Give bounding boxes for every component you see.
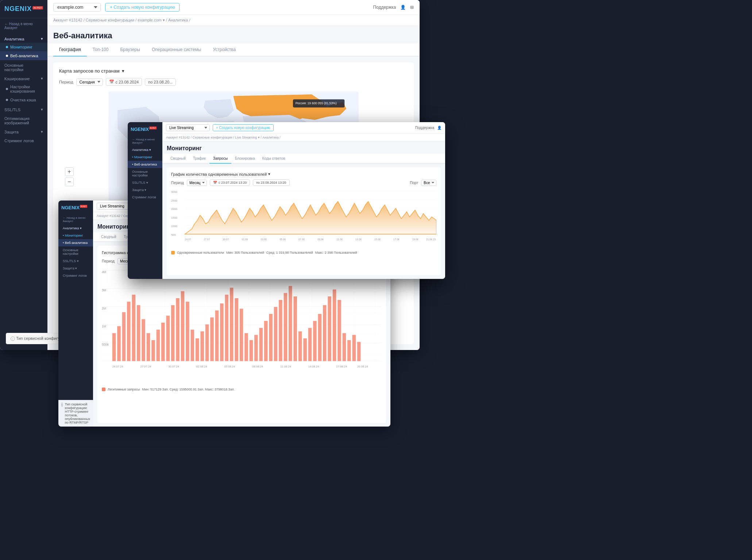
calendar-icon-front: 📅 [213,181,217,184]
sidebar-streaming-back: NGENIXIN PET ← Назад в меню Аккаунт Анал… [58,201,93,427]
monitoring-small-front[interactable]: • Мониторинг [128,153,162,161]
basic-settings-small-front[interactable]: Основные настройки [128,168,162,179]
analytics-section[interactable]: Аналитика ▾ [0,34,47,43]
svg-rect-24 [161,323,165,361]
chart-period-row-front: Период Месяц 📅 с 23.07.2024 13:20 по 23.… [171,179,436,186]
svg-text:3000: 3000 [171,190,177,194]
support-link[interactable]: Поддержка [373,5,396,10]
port-select-front[interactable]: Все [421,180,436,186]
tab-front-requests[interactable]: Запросы [209,154,231,164]
tab-back-summary[interactable]: Сводный [97,232,120,242]
logo-small-back: NGENIXIN PET [58,201,93,214]
monitoring-small-back[interactable]: • Мониторинг [58,232,93,239]
tab-os[interactable]: Операционные системы [146,43,207,57]
logo: NGENIXIN PET [0,0,47,18]
svg-rect-43 [254,335,258,361]
ssl-small[interactable]: SSL/TLS ▾ [58,257,93,265]
tab-browsers[interactable]: Браузеры [114,43,146,57]
back-to-account[interactable]: ← Назад в меню Аккаунт [0,18,47,34]
protection-section[interactable]: Защита ▾ [0,127,47,136]
analytics-small-back[interactable]: Аналитика ▾ [58,225,93,232]
svg-rect-62 [347,340,351,361]
svg-text:19.08: 19.08 [412,238,419,241]
create-config-button[interactable]: + Создать новую конфигурацию [105,3,180,12]
config-select-front[interactable]: Live Streaming [166,124,210,131]
analytics-small-front[interactable]: Аналитика ▾ [128,146,162,153]
dot-icon [6,88,8,90]
chart-section-front: График количества одновременных пользова… [162,164,445,279]
date-to-front[interactable]: по 23.08.2024 13:20 [253,179,289,186]
user-icon[interactable]: 👤 [400,5,406,10]
svg-text:3М: 3М [102,288,106,292]
streaming-logs-small-front[interactable]: Стриминг логов [128,194,162,201]
svg-rect-53 [303,338,307,361]
svg-text:02.08.24: 02.08.24 [196,365,208,368]
tab-geography[interactable]: География [53,43,87,57]
logo-small-front: NGENIXIN PET [128,122,162,136]
svg-rect-35 [215,310,219,361]
chevron-down-icon-front: ▾ [268,172,270,176]
protection-small-front[interactable]: Защита ▾ [128,186,162,194]
period-select-front[interactable]: Месяц [187,180,207,186]
svg-text:24.07: 24.07 [185,238,191,241]
tab-front-traffic[interactable]: Трафик [189,154,209,164]
svg-text:1М: 1М [102,324,106,328]
support-front[interactable]: Поддержка [415,126,434,130]
zoom-in-button[interactable]: + [65,167,74,176]
streaming-logs-section[interactable]: Стриминг логов [0,136,47,144]
chevron-down-icon: ▾ [122,68,124,74]
svg-text:11.08.24: 11.08.24 [280,365,292,368]
svg-rect-30 [191,330,194,361]
tab-front-blocking[interactable]: Блокировка [231,154,259,164]
svg-text:11.08: 11.08 [336,238,343,241]
basic-settings-small[interactable]: Основные настройки [58,246,93,257]
area-chart-container: 3000 2500 2000 1500 1000 500 24.07 27.07… [171,190,436,248]
svg-text:1500: 1500 [171,216,177,219]
date-from-input[interactable]: 📅 с 23.08.2024 [106,78,142,86]
legend-label-requests: Легитимные запросы [108,388,140,391]
user-icon-front[interactable]: 👤 [437,126,441,130]
image-opt-section[interactable]: Оптимизация изображений [0,113,47,127]
web-analytics-small-front[interactable]: • Веб-аналитика [128,161,162,168]
svg-text:2000: 2000 [171,207,177,211]
config-selector[interactable]: example.com [53,3,101,12]
tab-front-summary[interactable]: Сводный [167,154,189,164]
sidebar-item-monitoring[interactable]: Мониторинг [0,43,47,51]
create-btn-front[interactable]: + Создать новую конфигурацию [213,124,274,131]
period-selector[interactable]: Сегодня [76,78,103,86]
svg-text:21.08: 21.08 [426,238,432,241]
tab-devices[interactable]: Устройства [207,43,242,57]
back-link-small-front[interactable]: ← Назад в меню Аккаунт [128,136,162,146]
svg-text:07.08: 07.08 [298,238,305,241]
dot-icon [6,46,8,48]
svg-rect-58 [328,296,331,361]
svg-rect-28 [181,291,185,361]
web-analytics-small-back[interactable]: • Веб-аналитика [58,239,93,246]
svg-rect-37 [225,295,228,361]
tab-front-response-codes[interactable]: Коды ответов [259,154,289,164]
period-label-front: Период [171,181,184,185]
tab-bar: География Топ-100 Браузеры Операционные … [47,43,420,57]
sidebar-item-web-analytics[interactable]: Веб-аналитика [0,51,47,60]
sidebar-item-caching-settings[interactable]: Настройки кэширования [0,82,47,96]
svg-text:27.07: 27.07 [204,238,210,241]
period-label-back: Период [102,259,115,263]
date-from-front[interactable]: 📅 с 23.07.2024 13:20 [210,179,250,186]
streaming-logs-small[interactable]: Стриминг логов [58,272,93,279]
svg-text:2500: 2500 [171,199,177,202]
tab-top100[interactable]: Топ-100 [87,43,115,57]
protection-small[interactable]: Защита ▾ [58,265,93,272]
zoom-out-button[interactable]: − [65,178,74,186]
svg-text:01.08: 01.08 [242,238,248,241]
logo-badge: IN PET [32,6,43,9]
caching-section[interactable]: Кэширование ▾ [0,73,47,82]
svg-text:20.08.24: 20.08.24 [357,365,369,368]
date-to-input[interactable]: по 23.08.20... [145,78,176,86]
basic-settings-section[interactable]: Основные настройки [0,60,47,73]
settings-icon[interactable]: ⊞ [410,5,414,10]
ssl-section[interactable]: SSL/TLS ▾ [0,104,47,113]
back-link-small-back[interactable]: ← Назад в меню Аккаунт [58,214,93,225]
ssl-small-front[interactable]: SSL/TLS ▾ [128,179,162,186]
map-card-title: Карта запросов по странам ▾ [59,68,408,74]
sidebar-item-cache-clear[interactable]: Очистка кэша [0,96,47,104]
